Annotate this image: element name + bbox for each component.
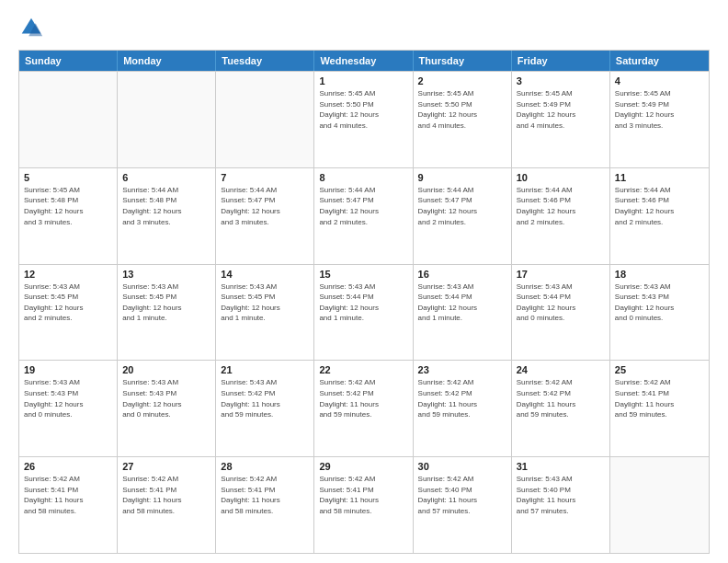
day-number: 24 — [517, 364, 605, 375]
empty-cell-r0c1 — [118, 72, 216, 167]
day-number: 1 — [319, 75, 407, 86]
day-header-friday: Friday — [512, 51, 610, 71]
day-info: Sunrise: 5:45 AM Sunset: 5:50 PM Dayligh… — [418, 88, 506, 131]
day-cell-29: 29Sunrise: 5:42 AM Sunset: 5:41 PM Dayli… — [314, 457, 413, 553]
day-number: 29 — [319, 461, 407, 472]
day-cell-22: 22Sunrise: 5:42 AM Sunset: 5:42 PM Dayli… — [314, 361, 413, 456]
empty-cell-r0c2 — [216, 72, 314, 167]
empty-cell-r0c0 — [19, 72, 118, 167]
empty-cell-r4c6 — [610, 457, 709, 553]
day-info: Sunrise: 5:42 AM Sunset: 5:42 PM Dayligh… — [418, 377, 506, 419]
day-cell-5: 5Sunrise: 5:45 AM Sunset: 5:48 PM Daylig… — [19, 168, 118, 264]
day-cell-20: 20Sunrise: 5:43 AM Sunset: 5:43 PM Dayli… — [118, 361, 216, 456]
day-info: Sunrise: 5:43 AM Sunset: 5:42 PM Dayligh… — [221, 377, 309, 419]
day-number: 20 — [122, 364, 210, 375]
day-cell-10: 10Sunrise: 5:44 AM Sunset: 5:46 PM Dayli… — [512, 168, 610, 264]
day-cell-14: 14Sunrise: 5:43 AM Sunset: 5:45 PM Dayli… — [216, 265, 314, 361]
day-info: Sunrise: 5:44 AM Sunset: 5:48 PM Dayligh… — [122, 185, 210, 227]
day-cell-26: 26Sunrise: 5:42 AM Sunset: 5:41 PM Dayli… — [19, 457, 118, 553]
calendar-body: 1Sunrise: 5:45 AM Sunset: 5:50 PM Daylig… — [19, 71, 709, 553]
calendar-row-4: 19Sunrise: 5:43 AM Sunset: 5:43 PM Dayli… — [19, 360, 709, 456]
day-info: Sunrise: 5:43 AM Sunset: 5:43 PM Dayligh… — [615, 282, 704, 324]
day-info: Sunrise: 5:43 AM Sunset: 5:45 PM Dayligh… — [24, 282, 112, 324]
day-cell-17: 17Sunrise: 5:43 AM Sunset: 5:44 PM Dayli… — [512, 265, 610, 361]
day-cell-4: 4Sunrise: 5:45 AM Sunset: 5:49 PM Daylig… — [610, 72, 709, 167]
day-info: Sunrise: 5:42 AM Sunset: 5:42 PM Dayligh… — [319, 377, 407, 419]
day-header-monday: Monday — [118, 51, 216, 71]
day-number: 28 — [221, 461, 309, 472]
day-cell-19: 19Sunrise: 5:43 AM Sunset: 5:43 PM Dayli… — [19, 361, 118, 456]
day-cell-24: 24Sunrise: 5:42 AM Sunset: 5:42 PM Dayli… — [512, 361, 610, 456]
day-number: 16 — [418, 269, 506, 280]
day-info: Sunrise: 5:42 AM Sunset: 5:42 PM Dayligh… — [517, 377, 605, 419]
day-number: 7 — [221, 172, 309, 183]
day-number: 2 — [418, 75, 506, 86]
page: SundayMondayTuesdayWednesdayThursdayFrid… — [0, 0, 728, 563]
calendar: SundayMondayTuesdayWednesdayThursdayFrid… — [18, 50, 710, 554]
day-cell-2: 2Sunrise: 5:45 AM Sunset: 5:50 PM Daylig… — [414, 72, 512, 167]
day-info: Sunrise: 5:44 AM Sunset: 5:46 PM Dayligh… — [517, 185, 605, 227]
day-info: Sunrise: 5:43 AM Sunset: 5:44 PM Dayligh… — [517, 282, 605, 324]
day-number: 22 — [319, 364, 407, 375]
day-number: 26 — [24, 461, 112, 472]
day-number: 30 — [418, 461, 506, 472]
day-header-thursday: Thursday — [414, 51, 512, 71]
day-cell-16: 16Sunrise: 5:43 AM Sunset: 5:44 PM Dayli… — [414, 265, 512, 361]
day-cell-11: 11Sunrise: 5:44 AM Sunset: 5:46 PM Dayli… — [610, 168, 709, 264]
day-number: 10 — [517, 172, 605, 183]
day-number: 12 — [24, 269, 112, 280]
day-number: 15 — [319, 269, 407, 280]
calendar-header: SundayMondayTuesdayWednesdayThursdayFrid… — [19, 51, 709, 71]
day-number: 9 — [418, 172, 506, 183]
day-info: Sunrise: 5:43 AM Sunset: 5:40 PM Dayligh… — [517, 474, 605, 516]
day-info: Sunrise: 5:42 AM Sunset: 5:41 PM Dayligh… — [615, 377, 704, 419]
day-number: 17 — [517, 269, 605, 280]
day-number: 11 — [615, 172, 704, 183]
day-info: Sunrise: 5:43 AM Sunset: 5:43 PM Dayligh… — [24, 377, 112, 419]
header — [18, 15, 710, 40]
day-info: Sunrise: 5:45 AM Sunset: 5:49 PM Dayligh… — [517, 88, 605, 131]
day-cell-18: 18Sunrise: 5:43 AM Sunset: 5:43 PM Dayli… — [610, 265, 709, 361]
day-info: Sunrise: 5:44 AM Sunset: 5:47 PM Dayligh… — [221, 185, 309, 227]
day-cell-28: 28Sunrise: 5:42 AM Sunset: 5:41 PM Dayli… — [216, 457, 314, 553]
day-info: Sunrise: 5:42 AM Sunset: 5:41 PM Dayligh… — [319, 474, 407, 516]
calendar-row-3: 12Sunrise: 5:43 AM Sunset: 5:45 PM Dayli… — [19, 264, 709, 361]
day-cell-21: 21Sunrise: 5:43 AM Sunset: 5:42 PM Dayli… — [216, 361, 314, 456]
day-header-tuesday: Tuesday — [216, 51, 314, 71]
day-info: Sunrise: 5:42 AM Sunset: 5:41 PM Dayligh… — [24, 474, 112, 516]
day-info: Sunrise: 5:43 AM Sunset: 5:44 PM Dayligh… — [319, 282, 407, 324]
day-cell-6: 6Sunrise: 5:44 AM Sunset: 5:48 PM Daylig… — [118, 168, 216, 264]
day-cell-1: 1Sunrise: 5:45 AM Sunset: 5:50 PM Daylig… — [314, 72, 413, 167]
day-number: 25 — [615, 364, 704, 375]
day-number: 14 — [221, 269, 309, 280]
day-cell-23: 23Sunrise: 5:42 AM Sunset: 5:42 PM Dayli… — [414, 361, 512, 456]
day-cell-9: 9Sunrise: 5:44 AM Sunset: 5:47 PM Daylig… — [414, 168, 512, 264]
day-header-wednesday: Wednesday — [314, 51, 413, 71]
day-number: 5 — [24, 172, 112, 183]
day-info: Sunrise: 5:44 AM Sunset: 5:46 PM Dayligh… — [615, 185, 704, 227]
day-info: Sunrise: 5:45 AM Sunset: 5:50 PM Dayligh… — [319, 88, 407, 131]
calendar-row-1: 1Sunrise: 5:45 AM Sunset: 5:50 PM Daylig… — [19, 71, 709, 167]
day-info: Sunrise: 5:42 AM Sunset: 5:41 PM Dayligh… — [221, 474, 309, 516]
day-cell-8: 8Sunrise: 5:44 AM Sunset: 5:47 PM Daylig… — [314, 168, 413, 264]
day-info: Sunrise: 5:44 AM Sunset: 5:47 PM Dayligh… — [418, 185, 506, 227]
day-info: Sunrise: 5:45 AM Sunset: 5:49 PM Dayligh… — [615, 88, 704, 131]
day-cell-31: 31Sunrise: 5:43 AM Sunset: 5:40 PM Dayli… — [512, 457, 610, 553]
day-info: Sunrise: 5:43 AM Sunset: 5:45 PM Dayligh… — [122, 282, 210, 324]
day-number: 18 — [615, 269, 704, 280]
day-cell-25: 25Sunrise: 5:42 AM Sunset: 5:41 PM Dayli… — [610, 361, 709, 456]
calendar-row-5: 26Sunrise: 5:42 AM Sunset: 5:41 PM Dayli… — [19, 456, 709, 553]
day-number: 23 — [418, 364, 506, 375]
day-info: Sunrise: 5:42 AM Sunset: 5:40 PM Dayligh… — [418, 474, 506, 516]
day-info: Sunrise: 5:43 AM Sunset: 5:44 PM Dayligh… — [418, 282, 506, 324]
day-number: 6 — [122, 172, 210, 183]
day-cell-30: 30Sunrise: 5:42 AM Sunset: 5:40 PM Dayli… — [414, 457, 512, 553]
day-info: Sunrise: 5:42 AM Sunset: 5:41 PM Dayligh… — [122, 474, 210, 516]
logo-icon — [18, 15, 44, 40]
day-number: 8 — [319, 172, 407, 183]
day-info: Sunrise: 5:43 AM Sunset: 5:45 PM Dayligh… — [221, 282, 309, 324]
day-number: 27 — [122, 461, 210, 472]
day-number: 3 — [517, 75, 605, 86]
day-cell-13: 13Sunrise: 5:43 AM Sunset: 5:45 PM Dayli… — [118, 265, 216, 361]
day-cell-12: 12Sunrise: 5:43 AM Sunset: 5:45 PM Dayli… — [19, 265, 118, 361]
